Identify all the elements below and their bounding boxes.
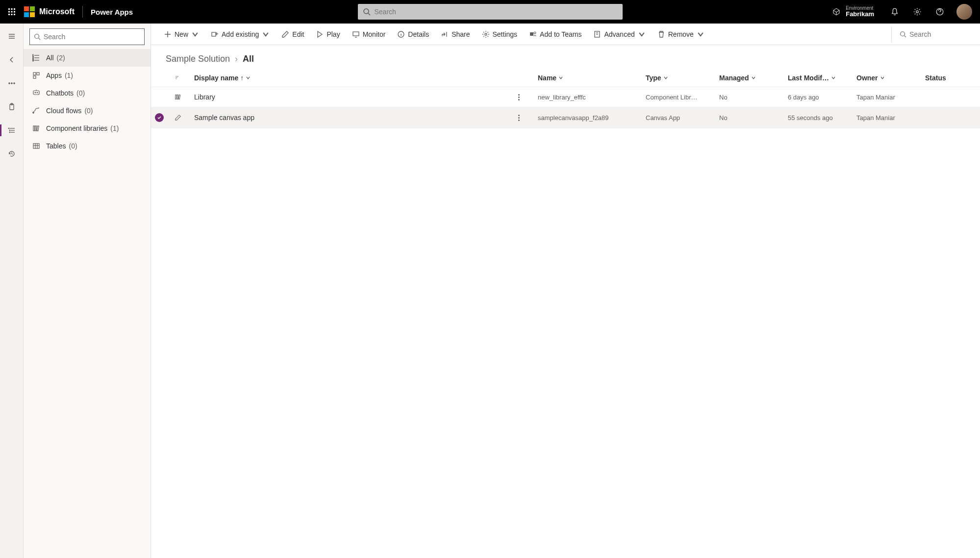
share-button[interactable]: Share [436,26,475,42]
svg-rect-5 [14,11,15,13]
svg-point-71 [901,31,905,36]
svg-point-67 [534,32,536,34]
col-last-modified[interactable]: Last Modif… [784,69,853,87]
row-more[interactable] [514,87,534,107]
breadcrumb-parent[interactable]: Sample Solution [166,54,230,64]
cmd-label: Settings [493,30,518,38]
row-last-modified: 6 days ago [784,87,853,107]
svg-rect-78 [178,95,180,99]
cmd-label: Monitor [363,30,386,38]
microsoft-logo[interactable]: Microsoft [24,6,75,18]
col-type[interactable]: Type [642,69,715,87]
more-vertical-icon [518,94,520,100]
selected-check-icon [155,113,164,122]
svg-rect-47 [33,126,35,131]
col-icon[interactable] [171,69,190,87]
rail-history[interactable] [3,145,21,163]
svg-rect-76 [176,95,176,99]
notifications-button[interactable] [885,0,905,24]
col-label: Managed [719,74,749,82]
col-select[interactable] [151,69,171,87]
settings-button[interactable]: Settings [477,26,523,42]
rail-hamburger[interactable] [3,27,21,45]
nav-item-label: All [46,54,54,62]
teams-icon: T [529,30,537,38]
nav-item-apps[interactable]: Apps (1) [24,67,151,84]
nav-item-count: (0) [84,107,93,115]
new-button[interactable]: New [159,26,204,42]
play-icon [316,30,324,38]
add-existing-button[interactable]: Add existing [206,26,275,42]
nav-item-chatbots[interactable]: Chatbots (0) [24,84,151,102]
rail-more[interactable] [3,74,21,92]
col-label: Name [538,74,556,82]
row-managed: No [715,107,784,128]
row-more[interactable] [514,107,534,128]
svg-rect-4 [11,11,13,13]
row-status [921,107,980,128]
chevron-right-icon: › [235,54,238,64]
row-select[interactable] [151,107,171,128]
content-search-input[interactable] [909,30,968,38]
col-owner[interactable]: Owner [853,69,921,87]
app-title[interactable]: Power Apps [91,8,133,16]
nav-search[interactable] [29,28,145,45]
library-icon [175,94,181,100]
nav-item-all[interactable]: 123 All (2) [24,49,151,67]
col-name[interactable]: Name [534,69,642,87]
row-select[interactable] [151,87,171,107]
col-display-name[interactable]: Display name ↑ [190,69,514,87]
svg-point-20 [8,83,10,84]
global-header: Microsoft Power Apps Environment Fabrika… [0,0,980,24]
nav-item-label: Tables [46,142,66,150]
remove-button[interactable]: Remove [653,26,709,42]
nav-item-tables[interactable]: Tables (0) [24,137,151,155]
svg-rect-56 [212,32,216,36]
svg-point-15 [916,11,919,13]
list-tree-icon [8,126,16,134]
details-button[interactable]: Details [392,26,434,42]
cmd-label: Edit [292,30,304,38]
row-name: samplecanvasapp_f2a89 [534,107,642,128]
main-content: New Add existing Edit Play Monitor [151,24,980,558]
play-button[interactable]: Play [311,26,345,42]
row-display-name[interactable]: Library [190,87,514,107]
table-icon [32,142,40,150]
app-launcher-icon[interactable] [4,4,20,20]
settings-button[interactable] [907,0,927,24]
rail-item-2[interactable] [3,121,21,139]
chatbot-icon [32,89,40,97]
cmd-label: New [175,30,188,38]
nav-search-input[interactable] [44,33,140,41]
content-search[interactable] [891,26,972,42]
nav-item-component-libraries[interactable]: Component libraries (1) [24,120,151,137]
add-to-teams-button[interactable]: T Add to Teams [524,26,586,42]
row-type: Canvas App [642,107,715,128]
flow-icon [32,107,40,115]
row-type: Component Libr… [642,87,715,107]
nav-pane: 123 All (2) Apps (1) Chatbots (0) Cloud … [24,24,151,558]
sort-type-icon [175,75,179,80]
cmd-label: Add existing [222,30,259,38]
svg-rect-11 [24,12,29,17]
rail-item-1[interactable] [3,98,21,116]
svg-point-21 [11,83,12,84]
advanced-button[interactable]: Advanced [588,26,650,42]
environment-picker[interactable]: Environment Fabrikam [824,5,882,18]
nav-item-cloud-flows[interactable]: Cloud flows (0) [24,102,151,120]
edit-button[interactable]: Edit [276,26,309,42]
brand-label: Microsoft [39,7,75,16]
global-search[interactable] [358,4,623,20]
svg-point-22 [13,83,15,84]
svg-rect-8 [14,14,15,15]
col-managed[interactable]: Managed [715,69,784,87]
row-display-name[interactable]: Sample canvas app [190,107,514,128]
monitor-button[interactable]: Monitor [347,26,391,42]
user-avatar[interactable] [956,4,972,20]
add-existing-icon [211,30,219,38]
rail-back[interactable] [3,51,21,69]
global-search-input[interactable] [375,8,618,16]
col-status[interactable]: Status [921,69,980,87]
help-icon [935,7,944,16]
help-button[interactable] [930,0,950,24]
